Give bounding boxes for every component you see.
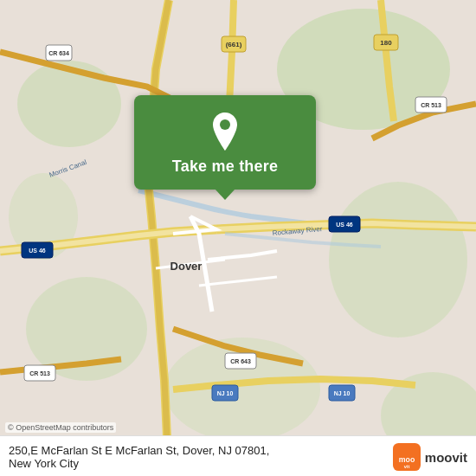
svg-text:NJ 10: NJ 10 bbox=[217, 390, 234, 396]
bottom-bar: 250,E McFarlan St E McFarlan St, Dover, … bbox=[0, 435, 476, 476]
svg-text:moo: moo bbox=[399, 455, 415, 464]
svg-text:CR 513: CR 513 bbox=[29, 370, 50, 376]
svg-text:CR 513: CR 513 bbox=[421, 102, 441, 108]
svg-text:vit: vit bbox=[404, 464, 410, 469]
address-line2: New York City bbox=[9, 457, 393, 470]
osm-attribution: © OpenStreetMap contributors bbox=[5, 422, 116, 433]
svg-text:Dover: Dover bbox=[170, 260, 203, 273]
svg-text:180: 180 bbox=[380, 39, 392, 47]
svg-point-33 bbox=[220, 119, 230, 130]
svg-text:CR 634: CR 634 bbox=[48, 50, 69, 56]
svg-text:NJ 10: NJ 10 bbox=[334, 390, 351, 396]
svg-text:US 46: US 46 bbox=[336, 222, 353, 228]
popup-label: Take me there bbox=[172, 158, 278, 176]
take-me-there-popup[interactable]: Take me there bbox=[134, 95, 316, 190]
address-block: 250,E McFarlan St E McFarlan St, Dover, … bbox=[9, 444, 393, 470]
map-container: NJ 15 CR 634 (661) 180 CR 513 US 46 US 4… bbox=[0, 0, 476, 476]
moovit-icon: moo vit bbox=[393, 443, 421, 471]
moovit-logo: moo vit moovit bbox=[393, 443, 467, 471]
svg-point-2 bbox=[17, 61, 121, 147]
moovit-text: moovit bbox=[425, 450, 467, 465]
svg-text:(661): (661) bbox=[226, 41, 242, 48]
svg-text:CR 643: CR 643 bbox=[230, 358, 251, 364]
svg-text:US 46: US 46 bbox=[29, 248, 46, 254]
address-line1: 250,E McFarlan St E McFarlan St, Dover, … bbox=[9, 444, 393, 457]
map-background: NJ 15 CR 634 (661) 180 CR 513 US 46 US 4… bbox=[0, 0, 476, 476]
svg-point-3 bbox=[329, 182, 467, 338]
location-pin-icon bbox=[209, 113, 241, 151]
attribution-text: © OpenStreetMap contributors bbox=[8, 423, 113, 432]
